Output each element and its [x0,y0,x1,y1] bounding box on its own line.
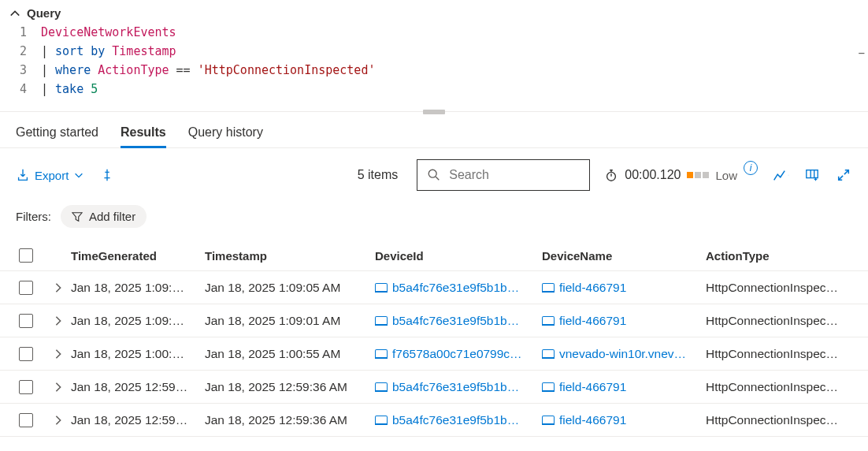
filter-icon [72,211,83,222]
cell-timestamp: Jan 18, 2025 1:09:05 AM [205,281,375,295]
export-icon [16,168,30,182]
device-icon [375,382,388,392]
add-filter-label: Add filter [89,210,135,223]
cell-actiontype: HttpConnectionInspected [706,281,849,295]
query-editor[interactable]: 1 DeviceNetworkEvents 2 | sort by Timest… [0,23,868,106]
cell-deviceid[interactable]: b5a4fc76e31e9f5b1b… [375,380,542,394]
table-row[interactable]: Jan 18, 2025 1:09:…Jan 18, 2025 1:09:05 … [0,271,868,304]
line-number: 1 [9,23,41,42]
token: 'HttpConnectionInspected' [198,63,376,77]
table-row[interactable]: Jan 18, 2025 1:00:…Jan 18, 2025 1:00:55 … [0,337,868,371]
chevron-right-icon[interactable] [53,348,64,360]
expand-icon [836,168,851,182]
chevron-right-icon[interactable] [53,315,64,326]
query-header-title: Query [27,6,61,20]
tab-getting-started[interactable]: Getting started [16,122,98,147]
chevron-right-icon[interactable] [53,415,64,426]
device-icon [375,316,388,326]
cell-deviceid[interactable]: b5a4fc76e31e9f5b1b… [375,281,542,295]
device-icon [542,416,555,425]
cell-timestamp: Jan 18, 2025 1:00:55 AM [205,347,375,361]
token: 5 [91,82,98,96]
device-icon [375,283,388,293]
cell-devicename[interactable]: vnevado-win10r.vnev… [542,347,706,361]
cell-devicename[interactable]: field-466791 [542,413,706,427]
cell-deviceid[interactable]: b5a4fc76e31e9f5b1b… [375,314,542,328]
line-number: 3 [9,61,41,80]
chevron-right-icon[interactable] [53,282,64,293]
token: take [55,82,83,96]
expand-button[interactable] [835,166,852,184]
table-row[interactable]: Jan 18, 2025 1:09:…Jan 18, 2025 1:09:01 … [0,304,868,337]
columns-icon [805,168,819,182]
splitter[interactable] [0,111,868,117]
tab-results[interactable]: Results [121,122,166,147]
results-toolbar: Export 5 items 00:00.120 Low i [0,148,868,202]
tab-query-history[interactable]: Query history [188,122,263,147]
query-section-header[interactable]: Query [0,0,868,23]
chevron-up-icon [9,8,20,19]
pin-columns-button[interactable] [98,166,116,184]
svg-rect-2 [807,170,818,178]
column-header-actiontype[interactable]: ActionType [706,249,849,263]
cell-timegenerated: Jan 18, 2025 12:59… [71,413,205,427]
token: where [55,63,91,77]
device-icon [542,316,555,326]
device-icon [542,283,555,293]
chevron-right-icon[interactable] [53,382,64,393]
cell-actiontype: HttpConnectionInspected [706,413,849,427]
items-count: 5 items [358,168,399,182]
cell-timestamp: Jan 18, 2025 1:09:01 AM [205,314,375,328]
column-header-deviceid[interactable]: DeviceId [375,249,542,263]
cell-deviceid[interactable]: b5a4fc76e31e9f5b1b… [375,413,542,427]
cost-label: Low [715,169,737,182]
token: sort [55,44,83,58]
cell-devicename[interactable]: field-466791 [542,314,706,328]
token: | [41,44,55,58]
svg-point-0 [429,170,437,177]
column-header-devicename[interactable]: DeviceName [542,249,706,263]
cell-devicename[interactable]: field-466791 [542,281,706,295]
column-header-timestamp[interactable]: Timestamp [205,249,375,263]
cell-timegenerated: Jan 18, 2025 12:59… [71,380,205,394]
column-options-button[interactable] [803,166,821,184]
row-checkbox[interactable] [19,380,33,394]
add-filter-button[interactable]: Add filter [61,205,147,228]
info-icon[interactable]: i [744,161,758,175]
token: DeviceNetworkEvents [41,25,176,39]
row-checkbox[interactable] [19,347,33,361]
row-checkbox[interactable] [19,281,33,295]
filters-bar: Filters: Add filter [0,202,868,240]
collapse-icon[interactable]: − [859,43,865,62]
device-icon [375,416,388,425]
token: by [91,44,105,58]
cell-timegenerated: Jan 18, 2025 1:09:… [71,281,205,295]
table-row[interactable]: Jan 18, 2025 12:59…Jan 18, 2025 12:59:36… [0,404,868,437]
search-input[interactable] [449,168,580,182]
search-box[interactable] [417,159,590,191]
chevron-down-icon [788,170,789,181]
cell-actiontype: HttpConnectionInspected [706,380,849,394]
elapsed-time: 00:00.120 [625,168,681,182]
cell-timestamp: Jan 18, 2025 12:59:36 AM [205,413,375,427]
cell-actiontype: HttpConnectionInspected [706,314,849,328]
row-checkbox[interactable] [19,413,33,427]
select-all-checkbox[interactable] [19,248,33,263]
chevron-down-icon [73,170,84,181]
cell-devicename[interactable]: field-466791 [542,380,706,394]
cell-timestamp: Jan 18, 2025 12:59:36 AM [205,380,375,394]
table-row[interactable]: Jan 18, 2025 12:59…Jan 18, 2025 12:59:36… [0,371,868,404]
row-checkbox[interactable] [19,314,33,328]
column-header-timegenerated[interactable]: TimeGenerated [71,249,205,263]
search-icon [427,168,441,182]
export-label: Export [35,169,69,182]
tab-label: Getting started [16,125,98,139]
token: | [41,82,55,96]
export-button[interactable]: Export [16,168,84,182]
chart-button[interactable] [772,166,789,184]
cell-deviceid[interactable]: f76578a00c71e0799c… [375,347,542,361]
token: == [169,63,198,77]
token: Timestamp [112,44,176,58]
token: | [41,63,55,77]
pin-icon [100,168,114,182]
